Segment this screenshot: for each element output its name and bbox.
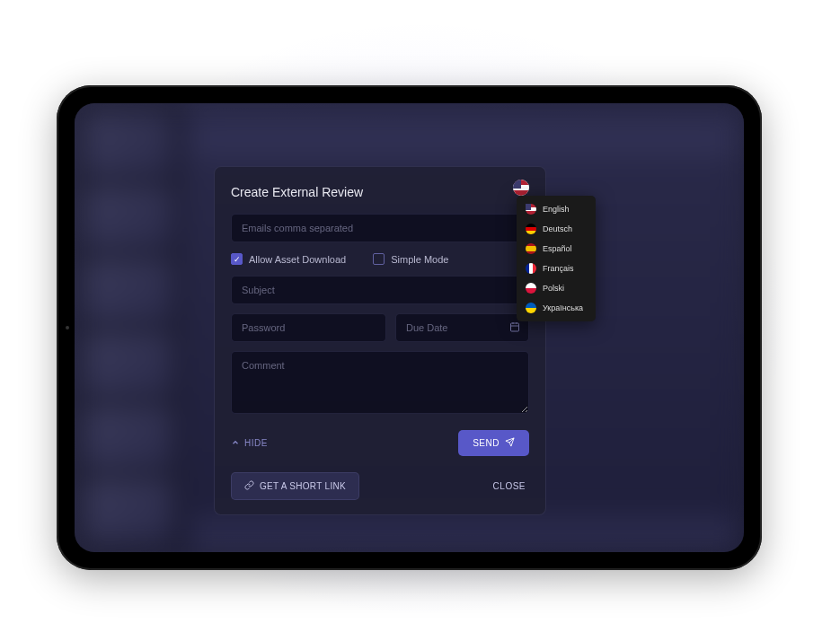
lang-option-francais[interactable]: Français [517, 259, 596, 278]
lang-label: Français [543, 264, 574, 273]
svg-rect-0 [511, 323, 519, 331]
lang-label: Español [543, 244, 572, 253]
allow-download-checkbox[interactable]: ✓ Allow Asset Download [231, 253, 346, 265]
lang-option-ukrainian[interactable]: Українська [517, 298, 596, 318]
allow-download-label: Allow Asset Download [249, 254, 346, 265]
link-icon [244, 480, 254, 492]
create-external-review-modal: Create External Review ✓ Allow Asset Dow… [214, 166, 546, 515]
fr-flag-icon [526, 263, 536, 274]
pl-flag-icon [526, 283, 536, 294]
send-icon [505, 437, 515, 449]
lang-option-deutsch[interactable]: Deutsch [517, 219, 596, 239]
modal-title: Create External Review [231, 185, 529, 199]
subject-input[interactable] [231, 276, 529, 304]
camera-dot [66, 326, 69, 329]
tablet-frame: Create External Review ✓ Allow Asset Dow… [57, 85, 762, 570]
lang-label: Українська [543, 303, 583, 312]
simple-mode-checkbox[interactable]: Simple Mode [373, 253, 448, 265]
simple-mode-label: Simple Mode [391, 254, 448, 265]
checkbox-unchecked-icon [373, 253, 385, 265]
comment-textarea[interactable] [231, 351, 529, 414]
send-label: SEND [473, 438, 500, 448]
tablet-screen: Create External Review ✓ Allow Asset Dow… [75, 103, 744, 552]
options-row: ✓ Allow Asset Download Simple Mode [231, 251, 529, 267]
lang-label: Polski [543, 284, 564, 293]
chevron-up-icon [231, 438, 240, 449]
us-flag-icon [513, 180, 529, 196]
lang-label: Deutsch [543, 224, 572, 233]
emails-input[interactable] [231, 214, 529, 242]
lang-option-english[interactable]: English [517, 199, 596, 219]
short-link-label: GET A SHORT LINK [260, 481, 346, 491]
hide-label: HIDE [244, 438, 268, 448]
lang-option-espanol[interactable]: Español [517, 239, 596, 259]
language-dropdown: English Deutsch Español Français Polski … [517, 196, 596, 321]
calendar-icon [509, 321, 520, 334]
ua-flag-icon [526, 303, 536, 313]
us-flag-icon [526, 204, 536, 215]
hide-button[interactable]: HIDE [231, 438, 268, 449]
language-selector-button[interactable] [513, 180, 529, 196]
lang-label: English [543, 205, 570, 214]
de-flag-icon [526, 224, 536, 234]
lang-option-polski[interactable]: Polski [517, 278, 596, 298]
get-short-link-button[interactable]: GET A SHORT LINK [231, 472, 359, 500]
password-input[interactable] [231, 313, 386, 342]
es-flag-icon [526, 243, 536, 254]
send-button[interactable]: SEND [458, 430, 529, 456]
checkbox-checked-icon: ✓ [231, 253, 243, 265]
close-button[interactable]: CLOSE [490, 474, 529, 498]
